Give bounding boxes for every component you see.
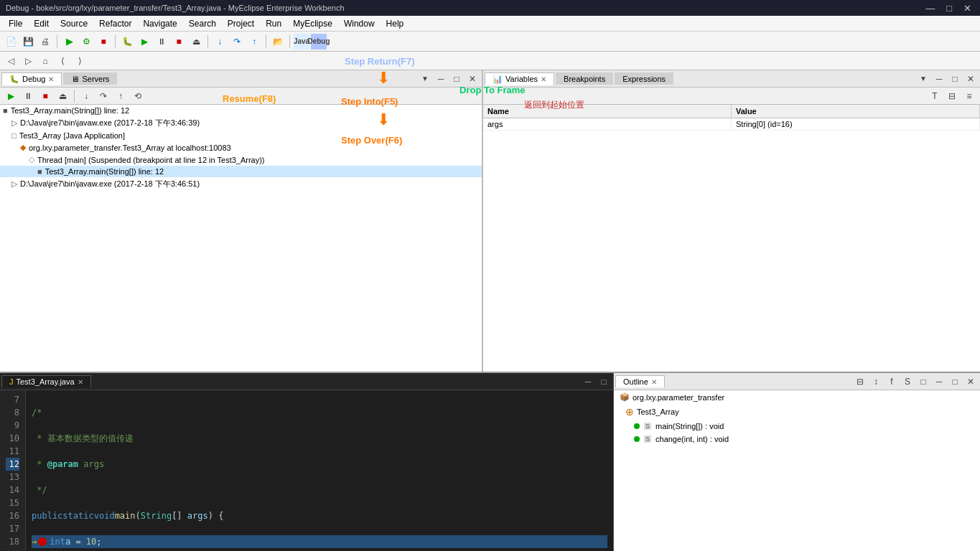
debug-step-over2[interactable]: ↷ (95, 88, 111, 104)
menu-window[interactable]: Window (338, 17, 381, 30)
tab-debug[interactable]: 🐛 Debug ✕ (1, 72, 62, 85)
open-type-button[interactable]: 📂 (270, 34, 286, 50)
tb2-back[interactable]: ◁ (3, 53, 19, 69)
tab-servers[interactable]: 🖥 Servers (63, 72, 117, 85)
code-area[interactable]: 7 8 9 10 11 12 13 14 15 16 17 18 /* * 基本… (0, 390, 613, 551)
print-button[interactable]: 🖨 (37, 34, 53, 50)
vars-panel-max[interactable]: □ (947, 71, 963, 87)
outline-panel-min[interactable]: ─ (931, 374, 947, 390)
vars-collapse-all[interactable]: ⊟ (944, 88, 960, 104)
tab-test3array[interactable]: J Test3_Array.java ✕ (1, 375, 91, 387)
editor-panel-max[interactable]: □ (596, 374, 612, 390)
tab-expressions[interactable]: Expressions (615, 72, 673, 85)
tb2-nav2[interactable]: ⟩ (72, 53, 88, 69)
tb2-fwd[interactable]: ▷ (20, 53, 36, 69)
debug-panel-menu[interactable]: ▼ (417, 71, 433, 87)
debug-icon: 🐛 (9, 75, 19, 84)
outline-panel-close[interactable]: ✕ (963, 374, 979, 390)
menu-file[interactable]: File (3, 17, 28, 30)
toolbar-sep-1 (57, 35, 57, 48)
disconnect-button[interactable]: ⏏ (188, 34, 204, 50)
menu-help[interactable]: Help (381, 17, 410, 30)
tree-item-thread[interactable]: ◇ Thread [main] (Suspended (breakpoint a… (0, 154, 482, 166)
outline-collapse[interactable]: ⊟ (852, 374, 868, 390)
menu-edit[interactable]: Edit (28, 17, 55, 30)
debug-stop[interactable]: ■ (37, 88, 53, 104)
tree-icon-6: ■ (37, 167, 42, 176)
editor-tab-close[interactable]: ✕ (78, 378, 83, 386)
code-line-11: public static void main(String[] args) { (32, 509, 607, 522)
outline-panel-max[interactable]: □ (947, 374, 963, 390)
run-button[interactable]: ▶ (61, 34, 77, 50)
vars-tab-close[interactable]: ✕ (541, 75, 546, 83)
debug-step-return2[interactable]: ↑ (113, 88, 129, 104)
tree-item-class[interactable]: ◆ org.lxy.parameter_transfer.Test3_Array… (0, 141, 482, 154)
tab-breakpoints[interactable]: Breakpoints (556, 72, 613, 85)
close-button[interactable]: ✕ (961, 3, 974, 14)
debug-panel-min[interactable]: ─ (433, 71, 449, 87)
debug-tab-bar: 🐛 Debug ✕ 🖥 Servers ▼ ─ □ ✕ (0, 70, 482, 88)
vars-row-args[interactable]: args String[0] (id=16) (483, 118, 980, 131)
debug-button[interactable]: 🐛 (119, 34, 135, 50)
debug-perspective-button[interactable]: Debug (311, 34, 327, 50)
editor-panel-min[interactable]: ─ (580, 374, 596, 390)
debug-drop-frame[interactable]: ⟲ (130, 88, 146, 104)
tab-outline[interactable]: Outline ✕ (615, 375, 665, 387)
debug-panel-close[interactable]: ✕ (465, 71, 480, 87)
maximize-button[interactable]: □ (943, 3, 955, 14)
outline-hide-nonpub[interactable]: □ (915, 374, 931, 390)
outline-panel: Outline ✕ ⊟ ↕ f S □ ─ □ ✕ 📦 org.lxy.para… (614, 373, 980, 551)
debug-run-button[interactable]: ⚙ (78, 34, 94, 50)
outline-change-method[interactable]: S change(int, int) : void (614, 433, 980, 446)
debug-step-into2[interactable]: ↓ (78, 88, 94, 104)
outline-hide-fields[interactable]: f (884, 374, 900, 390)
tb2-home[interactable]: ⌂ (37, 53, 53, 69)
step-return-tb[interactable]: ↑ (246, 34, 262, 50)
outline-package[interactable]: 📦 org.lxy.parameter_transfer (614, 390, 980, 404)
vars-panel-min[interactable]: ─ (931, 71, 947, 87)
debug-pause[interactable]: ⏸ (20, 88, 36, 104)
tree-item-javaw1[interactable]: ▷ D:\Java\jre7\bin\javaw.exe (2017-2-18 … (0, 116, 482, 130)
tab-variables[interactable]: 📊 Variables ✕ (485, 72, 554, 85)
minimize-button[interactable]: — (923, 3, 938, 14)
vars-show-type[interactable]: T (927, 88, 943, 104)
menu-refactor[interactable]: Refactor (93, 17, 137, 30)
terminate-button[interactable]: ■ (171, 34, 187, 50)
step-into-tb[interactable]: ↓ (212, 34, 228, 50)
debug-panel-max[interactable]: □ (449, 71, 465, 87)
tree-item-stackframe[interactable]: ■ Test3_Array.main(String[]) line: 12 (0, 166, 482, 177)
tree-item-mainmethod-top[interactable]: ■ Test3_Array.main(String[]) line: 12 (0, 105, 482, 116)
debug-tab-close[interactable]: ✕ (48, 75, 54, 83)
menu-source[interactable]: Source (55, 17, 93, 30)
vars-panel-close[interactable]: ✕ (963, 71, 979, 87)
menu-project[interactable]: Project (222, 17, 260, 30)
code-content[interactable]: /* * 基本数据类型的值传递 * @param args */ public … (26, 390, 613, 551)
menu-search[interactable]: Search (183, 17, 222, 30)
tree-icon-7: ▷ (11, 179, 17, 189)
menu-run[interactable]: Run (260, 17, 287, 30)
stop-button[interactable]: ■ (95, 34, 111, 50)
menu-myeclipse[interactable]: MyEclipse (287, 17, 338, 30)
suspend-button[interactable]: ⏸ (154, 34, 169, 50)
outline-hide-statics[interactable]: S (900, 374, 915, 390)
change-method-label: change(int, int) : void (655, 435, 729, 443)
save-button[interactable]: 💾 (20, 34, 36, 50)
debug-resume[interactable]: ▶ (3, 88, 19, 104)
vars-panel-menu[interactable]: ▼ (915, 71, 931, 87)
outline-tab-close[interactable]: ✕ (651, 378, 657, 386)
tree-icon-5: ◇ (29, 155, 34, 164)
outline-sort[interactable]: ↕ (868, 374, 884, 390)
tree-item-app[interactable]: □ Test3_Array [Java Application] (0, 130, 482, 141)
step-over-tb[interactable]: ↷ (229, 34, 245, 50)
menu-navigate[interactable]: Navigate (137, 17, 182, 30)
tree-text-4: org.lxy.parameter_transfer.Test3_Array a… (29, 143, 231, 152)
code-line-9: * @param args (32, 458, 607, 471)
tb2-nav1[interactable]: ⟨ (55, 53, 70, 69)
vars-layout[interactable]: ≡ (961, 88, 977, 104)
new-button[interactable]: 📄 (3, 34, 19, 50)
outline-main-method[interactable]: S main(String[]) : void (614, 420, 980, 433)
outline-class[interactable]: ⊕ Test3_Array (614, 404, 980, 420)
resume-tb-button[interactable]: ▶ (136, 34, 152, 50)
tree-item-javaw2[interactable]: ▷ D:\Java\jre7\bin\javaw.exe (2017-2-18 … (0, 177, 482, 191)
debug-disconnect[interactable]: ⏏ (55, 88, 70, 104)
